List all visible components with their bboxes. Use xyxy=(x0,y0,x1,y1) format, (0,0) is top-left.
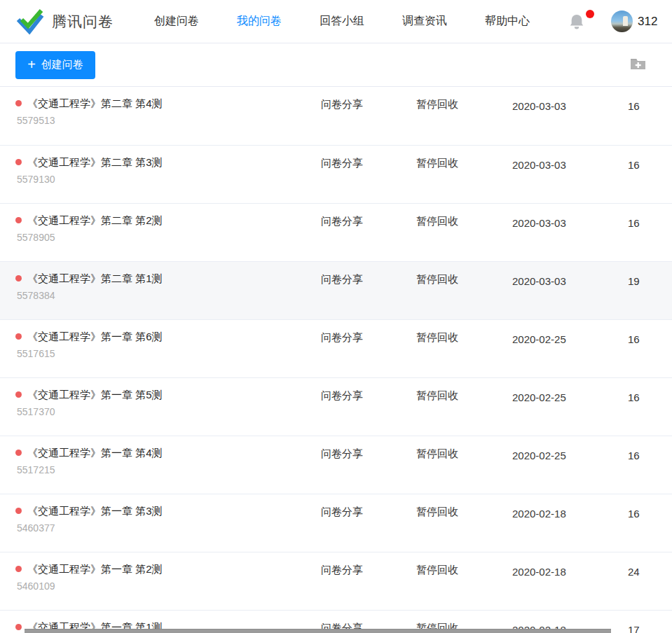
answer-count: 16 xyxy=(617,320,672,377)
survey-date: 2020-03-03 xyxy=(512,146,617,203)
answer-count: 16 xyxy=(617,146,672,203)
horizontal-scrollbar-thumb[interactable] xyxy=(25,629,611,633)
answer-count: 16 xyxy=(617,378,672,436)
survey-title[interactable]: 《交通工程学》第一章 第2测 xyxy=(27,562,163,576)
status-dot-icon xyxy=(15,391,22,398)
survey-title-cell: 《交通工程学》第一章 第3测 5460377 xyxy=(0,494,321,552)
user-name: 312 xyxy=(638,15,657,29)
user-avatar[interactable] xyxy=(611,11,633,32)
nav-my-surveys[interactable]: 我的问卷 xyxy=(237,11,282,32)
survey-date: 2020-02-25 xyxy=(512,436,617,494)
list-toolbar: + 创建问卷 xyxy=(0,43,672,87)
folder-plus-icon xyxy=(629,55,647,74)
nav-create-survey[interactable]: 创建问卷 xyxy=(154,11,199,32)
survey-date: 2020-03-03 xyxy=(512,262,617,319)
survey-type: 问卷分享 xyxy=(321,262,416,319)
unread-notification-dot xyxy=(586,10,594,18)
survey-type: 问卷分享 xyxy=(321,378,416,436)
survey-status: 暂停回收 xyxy=(416,494,512,552)
table-row-highlighted[interactable]: 《交通工程学》第二章 第1测 5578384 问卷分享 暂停回收 2020-03… xyxy=(0,261,672,319)
survey-status: 暂停回收 xyxy=(416,436,512,494)
answer-count: 16 xyxy=(617,87,672,145)
survey-title-cell: 《交通工程学》第一章 第5测 5517370 xyxy=(0,378,321,436)
survey-type: 问卷分享 xyxy=(321,204,416,261)
main-nav: 创建问卷 我的问卷 回答小组 调查资讯 帮助中心 xyxy=(154,11,568,32)
table-row[interactable]: 《交通工程学》第一章 第5测 5517370 问卷分享 暂停回收 2020-02… xyxy=(0,377,672,436)
survey-title-cell: 《交通工程学》第一章 第2测 5460109 xyxy=(0,552,321,610)
survey-title[interactable]: 《交通工程学》第一章 第3测 xyxy=(27,504,163,517)
header-right-area: 312 xyxy=(569,11,657,32)
table-row[interactable]: 《交通工程学》第二章 第4测 5579513 问卷分享 暂停回收 2020-03… xyxy=(0,87,672,145)
survey-type: 问卷分享 xyxy=(321,320,416,377)
survey-type: 问卷分享 xyxy=(321,146,416,203)
survey-title-cell: 《交通工程学》第一章 第6测 5517615 xyxy=(0,320,321,377)
survey-id: 5517615 xyxy=(15,348,314,359)
survey-type: 问卷分享 xyxy=(321,552,416,610)
answer-count: 16 xyxy=(617,436,672,494)
survey-date: 2020-02-18 xyxy=(512,552,617,610)
survey-title[interactable]: 《交通工程学》第二章 第3测 xyxy=(27,155,163,169)
survey-id: 5578384 xyxy=(15,290,314,301)
survey-list: 《交通工程学》第二章 第4测 5579513 问卷分享 暂停回收 2020-03… xyxy=(0,87,672,633)
status-dot-icon xyxy=(15,217,22,223)
answer-count: 16 xyxy=(617,494,672,552)
survey-type: 问卷分享 xyxy=(321,436,416,494)
status-dot-icon xyxy=(15,100,22,106)
survey-title-cell: 《交通工程学》第二章 第3测 5579130 xyxy=(0,146,321,203)
create-survey-button-label: 创建问卷 xyxy=(41,58,83,71)
survey-date: 2020-03-03 xyxy=(512,87,617,145)
survey-id: 5579513 xyxy=(15,115,314,126)
status-dot-icon xyxy=(15,159,22,165)
survey-title[interactable]: 《交通工程学》第二章 第4测 xyxy=(27,97,163,110)
survey-status: 暂停回收 xyxy=(416,552,512,610)
survey-status: 暂停回收 xyxy=(416,87,512,145)
top-navbar: 腾讯问卷 创建问卷 我的问卷 回答小组 调查资讯 帮助中心 312 xyxy=(0,0,672,43)
app-title: 腾讯问卷 xyxy=(52,12,114,32)
new-folder-button[interactable] xyxy=(629,55,647,74)
survey-id: 5579130 xyxy=(15,174,314,185)
status-dot-icon xyxy=(15,508,22,514)
survey-status: 暂停回收 xyxy=(416,320,512,377)
bell-icon xyxy=(569,21,584,33)
notifications-button[interactable] xyxy=(569,13,584,31)
table-row[interactable]: 《交通工程学》第二章 第2测 5578905 问卷分享 暂停回收 2020-03… xyxy=(0,203,672,261)
survey-type: 问卷分享 xyxy=(321,87,416,145)
nav-answer-groups[interactable]: 回答小组 xyxy=(320,11,364,32)
survey-date: 2020-03-03 xyxy=(512,204,617,261)
table-row[interactable]: 《交通工程学》第一章 第3测 5460377 问卷分享 暂停回收 2020-02… xyxy=(0,494,672,552)
survey-title[interactable]: 《交通工程学》第二章 第2测 xyxy=(27,214,163,227)
table-row[interactable]: 《交通工程学》第一章 第2测 5460109 问卷分享 暂停回收 2020-02… xyxy=(0,552,672,610)
survey-id: 5517370 xyxy=(15,406,314,417)
survey-status: 暂停回收 xyxy=(416,204,512,261)
survey-title-cell: 《交通工程学》第二章 第1测 5578384 xyxy=(0,262,321,319)
survey-title[interactable]: 《交通工程学》第一章 第4测 xyxy=(27,446,163,459)
horizontal-scrollbar xyxy=(0,629,672,633)
nav-help-center[interactable]: 帮助中心 xyxy=(485,11,530,32)
status-dot-icon xyxy=(15,275,22,281)
table-row[interactable]: 《交通工程学》第二章 第3测 5579130 问卷分享 暂停回收 2020-03… xyxy=(0,145,672,203)
answer-count: 24 xyxy=(617,552,672,610)
survey-type: 问卷分享 xyxy=(321,494,416,552)
survey-status: 暂停回收 xyxy=(416,262,512,319)
survey-title[interactable]: 《交通工程学》第一章 第5测 xyxy=(27,388,163,401)
survey-date: 2020-02-25 xyxy=(512,378,617,436)
survey-title[interactable]: 《交通工程学》第二章 第1测 xyxy=(27,272,163,285)
avatar-photo-detail xyxy=(623,16,628,26)
nav-survey-news[interactable]: 调查资讯 xyxy=(402,11,447,32)
survey-id: 5517215 xyxy=(15,464,314,475)
survey-title[interactable]: 《交通工程学》第一章 第6测 xyxy=(27,330,163,343)
app-logo[interactable]: 腾讯问卷 xyxy=(15,8,114,36)
survey-id: 5578905 xyxy=(15,232,314,243)
table-row[interactable]: 《交通工程学》第一章 第4测 5517215 问卷分享 暂停回收 2020-02… xyxy=(0,436,672,494)
table-row[interactable]: 《交通工程学》第一章 第6测 5517615 问卷分享 暂停回收 2020-02… xyxy=(0,319,672,377)
survey-date: 2020-02-18 xyxy=(512,494,617,552)
answer-count: 19 xyxy=(617,262,672,319)
survey-title-cell: 《交通工程学》第二章 第4测 5579513 xyxy=(0,87,321,145)
create-survey-button[interactable]: + 创建问卷 xyxy=(15,51,95,79)
answer-count: 16 xyxy=(617,204,672,261)
plus-icon: + xyxy=(27,57,36,71)
status-dot-icon xyxy=(15,450,22,456)
survey-title-cell: 《交通工程学》第二章 第2测 5578905 xyxy=(0,204,321,261)
status-dot-icon xyxy=(15,333,22,340)
survey-date: 2020-02-25 xyxy=(512,320,617,377)
